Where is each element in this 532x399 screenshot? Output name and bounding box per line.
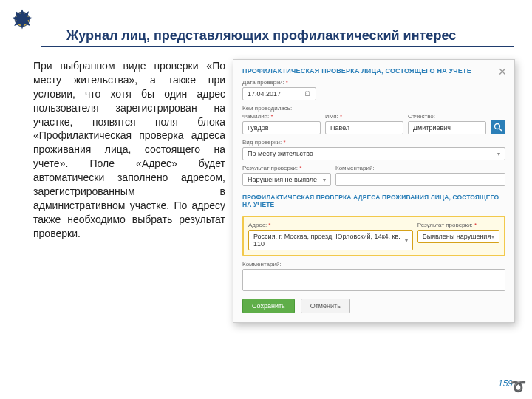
who-label: Кем проводилась: (242, 105, 505, 112)
chevron-down-icon: ▾ (491, 233, 494, 240)
cancel-button[interactable]: Отменить (301, 299, 350, 313)
result-label: Результат проверки: (242, 165, 331, 171)
result-select[interactable]: Нарушения не выявле▾ (242, 173, 331, 186)
addr-res-label: Результат проверки: (417, 222, 499, 228)
divider (242, 211, 505, 211)
patr-input[interactable]: Дмитриевич (408, 121, 486, 134)
date-input[interactable]: 17.04.2017 🗓 (242, 87, 316, 100)
close-icon[interactable]: ✕ (498, 66, 507, 78)
save-button[interactable]: Сохранить (242, 299, 295, 313)
fam-input[interactable]: Гувдов (242, 121, 321, 134)
dialog-subheader: ПРОФИЛАКТИЧЕСКАЯ ПРОВЕРКА АДРЕСА ПРОЖИВА… (242, 194, 505, 208)
chevron-down-icon: ▾ (497, 151, 500, 157)
kind-label: Вид проверки: (242, 139, 505, 146)
comment2-input[interactable] (242, 269, 505, 291)
dialog-panel: ✕ ПРОФИЛАКТИЧЕСКАЯ ПРОВЕРКА ЛИЦА, СОСТОЯ… (233, 59, 515, 323)
search-icon (494, 123, 502, 132)
calendar-icon: 🗓 (304, 90, 311, 98)
name-input[interactable]: Павел (325, 121, 403, 134)
date-label: Дата проверки: (242, 79, 316, 86)
emblem-icon (9, 6, 35, 33)
title-underline (41, 46, 514, 47)
page-title: Журнал лиц, представляющих профилактичес… (66, 28, 510, 44)
svg-point-1 (495, 124, 500, 129)
addr-res-select[interactable]: Выявлены нарушения▾ (417, 230, 499, 243)
comment2-label: Комментарий: (242, 261, 505, 267)
fam-label: Фамилия: (242, 113, 321, 120)
name-label: Имя: (325, 113, 403, 120)
svg-line-2 (499, 129, 502, 132)
search-button[interactable] (491, 120, 505, 134)
kind-select[interactable]: По месту жительства▾ (242, 147, 505, 160)
highlighted-block: Адрес: Россия, г. Москва, проезд. Юрловс… (242, 216, 505, 256)
comment-input[interactable] (335, 173, 505, 186)
body-text: При выбранном виде проверки «По месту жи… (33, 59, 225, 241)
decorative-swirl-icon: ➰ (510, 378, 526, 395)
comment-label: Комментарий: (335, 165, 505, 171)
addr-input[interactable]: Россия, г. Москва, проезд. Юрловский, 14… (248, 230, 413, 250)
chevron-down-icon: ▾ (405, 237, 408, 244)
dialog-header: ПРОФИЛАКТИЧЕСКАЯ ПРОВЕРКА ЛИЦА, СОСТОЯЩЕ… (242, 67, 505, 75)
addr-label: Адрес: (248, 222, 413, 228)
chevron-down-icon: ▾ (323, 177, 326, 183)
patr-label: Отчество: (408, 113, 486, 120)
